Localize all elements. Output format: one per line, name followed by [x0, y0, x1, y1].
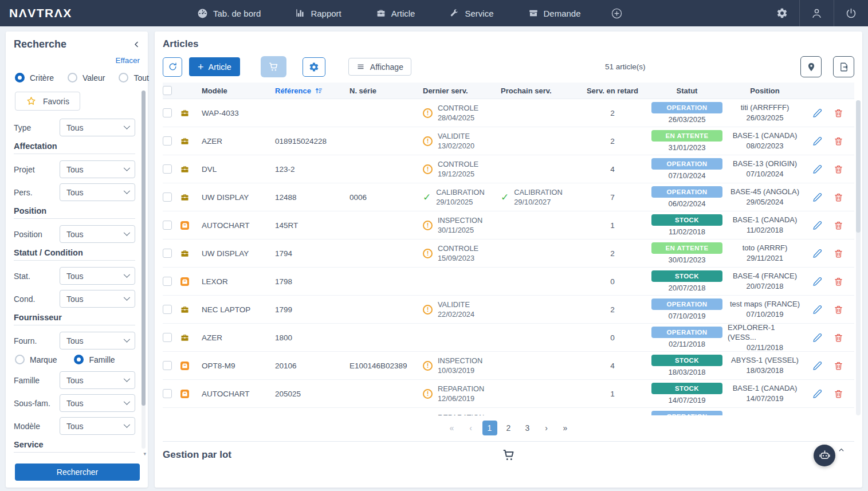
nav-item-rapport[interactable]: Rapport [278, 0, 358, 26]
radio-famille[interactable]: Famille [74, 355, 115, 364]
delete-button[interactable] [834, 305, 843, 315]
position-date: 07/10/2019 [746, 309, 783, 320]
add-article-button[interactable]: + Article [189, 57, 240, 76]
delete-button[interactable] [834, 136, 843, 146]
row-checkbox[interactable] [163, 277, 172, 286]
filter-select-projet[interactable]: Tous [60, 160, 135, 178]
filter-select-type[interactable]: Tous [60, 119, 135, 136]
nav-item-label: Rapport [311, 9, 341, 18]
filter-select-famille[interactable]: Tous [60, 371, 135, 389]
row-type-cell [180, 305, 202, 315]
row-checkbox[interactable] [163, 389, 172, 398]
edit-button[interactable] [812, 221, 822, 230]
delete-button[interactable] [834, 164, 843, 174]
delete-button[interactable] [834, 108, 843, 118]
clear-filters-link[interactable]: Effacer [115, 56, 140, 65]
delete-button[interactable] [834, 221, 843, 230]
nav-item-article[interactable]: Article [359, 0, 433, 26]
row-checkbox[interactable] [163, 221, 172, 230]
row-checkbox[interactable] [163, 164, 172, 174]
filter-select-fourn[interactable]: Tous [60, 332, 135, 349]
row-checkbox[interactable] [163, 193, 172, 202]
logout-button[interactable] [834, 0, 868, 26]
row-checkbox[interactable] [163, 136, 172, 146]
nav-item-service[interactable]: Service [432, 0, 510, 26]
delete-button[interactable] [834, 277, 843, 286]
quick-add-button[interactable] [598, 0, 635, 26]
edit-button[interactable] [812, 108, 822, 118]
scrollbar-down-arrow-icon[interactable]: ▾ [143, 451, 146, 457]
search-button[interactable]: Rechercher [15, 463, 140, 481]
position-name: toto (ARRRF) [743, 243, 788, 253]
collapse-sidebar-button[interactable] [132, 40, 141, 49]
service-text: CONTROLE15/09/2023 [438, 243, 478, 264]
column-header-statut[interactable]: Statut [646, 87, 728, 95]
delete-button[interactable] [834, 389, 843, 399]
search-mode-critere[interactable]: Critère [15, 73, 54, 83]
edit-button[interactable] [812, 389, 822, 399]
nav-item-demande[interactable]: Demande [511, 0, 598, 26]
pagination-page-1[interactable]: 1 [482, 421, 497, 435]
nav-item-tab-de-bord[interactable]: Tab. de bord [180, 0, 278, 26]
search-mode-tout[interactable]: Tout [119, 73, 148, 83]
edit-button[interactable] [812, 193, 822, 202]
column-header-modele[interactable]: Modèle [202, 87, 275, 95]
table-settings-button[interactable] [303, 57, 325, 77]
select-all-checkbox[interactable] [163, 86, 172, 95]
map-button[interactable] [800, 56, 822, 77]
column-header-dernier-serv[interactable]: Dernier serv. [423, 87, 501, 95]
row-checkbox[interactable] [163, 333, 172, 342]
filter-select-stat[interactable]: Tous [60, 267, 135, 285]
search-mode-valeur[interactable]: Valeur [68, 73, 105, 83]
edit-button[interactable] [812, 164, 822, 174]
table-scrollbar[interactable] [856, 100, 861, 415]
filter-select-position[interactable]: Tous [60, 225, 135, 243]
pagination-next[interactable]: › [539, 421, 554, 435]
edit-button[interactable] [812, 333, 822, 343]
delete-button[interactable] [834, 361, 843, 371]
pagination-page-3[interactable]: 3 [520, 421, 535, 435]
table-row: AUTOCHART145RT!INSPECTION30/11/20251STOC… [163, 211, 854, 239]
column-header-reference[interactable]: Référence [275, 87, 349, 95]
export-button[interactable] [833, 56, 854, 77]
pagination-previous[interactable]: ‹ [464, 421, 478, 435]
refresh-button[interactable] [163, 57, 182, 77]
sidebar-scrollbar[interactable] [142, 91, 146, 449]
position-cell: BASE-1 (CANADA)14/07/2019 [728, 383, 802, 403]
row-checkbox[interactable] [163, 305, 172, 314]
row-checkbox[interactable] [163, 361, 172, 370]
pagination-first[interactable]: « [445, 421, 459, 435]
delete-button[interactable] [834, 193, 843, 202]
collapse-batch-button[interactable] [838, 446, 845, 454]
sidebar-scrollbar-thumb[interactable] [142, 91, 146, 406]
table-scrollbar-thumb[interactable] [856, 100, 861, 233]
edit-button[interactable] [812, 136, 822, 146]
filter-select-sous-fam[interactable]: Tous [60, 394, 135, 412]
delete-button[interactable] [834, 333, 843, 343]
filter-select-cond[interactable]: Tous [60, 290, 135, 308]
column-header-serv-en-retard[interactable]: Serv. en retard [579, 87, 646, 95]
radio-circle-icon [15, 355, 25, 364]
filter-row-type: TypeTous [14, 119, 135, 136]
display-button[interactable]: Affichage [348, 58, 411, 76]
pagination-page-2[interactable]: 2 [501, 421, 516, 435]
account-button[interactable] [799, 0, 834, 26]
column-header-position[interactable]: Position [728, 87, 802, 95]
edit-button[interactable] [812, 249, 822, 258]
delete-button[interactable] [834, 249, 843, 258]
filter-select-pers[interactable]: Tous [60, 183, 135, 201]
support-chatbot-button[interactable] [814, 445, 835, 466]
cart-button[interactable] [261, 56, 286, 77]
row-checkbox[interactable] [163, 108, 172, 117]
edit-button[interactable] [812, 361, 822, 371]
favorites-button[interactable]: Favoris [15, 92, 80, 111]
radio-marque[interactable]: Marque [15, 355, 57, 364]
settings-button[interactable] [765, 0, 799, 26]
filter-select-modele[interactable]: Tous [60, 417, 135, 435]
edit-button[interactable] [812, 277, 822, 286]
column-header-prochain-serv[interactable]: Prochain serv. [501, 87, 579, 95]
edit-button[interactable] [812, 305, 822, 315]
column-header-n-serie[interactable]: N. série [349, 87, 423, 95]
row-checkbox[interactable] [163, 249, 172, 258]
pagination-last[interactable]: » [558, 421, 573, 435]
